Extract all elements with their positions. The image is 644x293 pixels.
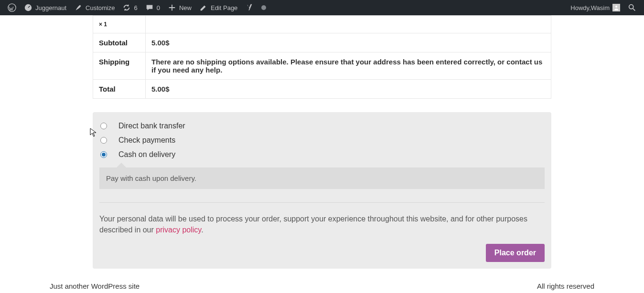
privacy-policy-link[interactable]: privacy policy [156, 226, 201, 234]
comments-link[interactable]: 0 [141, 0, 164, 15]
radio-cod-label[interactable]: Cash on delivery [118, 150, 175, 159]
howdy-user[interactable]: Howdy, Wasim [567, 0, 624, 15]
adminbar-search[interactable] [624, 0, 640, 15]
footer-tagline: Just another WordPress site [50, 282, 140, 290]
status-dot[interactable] [258, 0, 270, 15]
updates-count: 6 [134, 4, 137, 11]
edit-page-link[interactable]: Edit Page [195, 0, 241, 15]
product-qty-row: × 1 [93, 16, 551, 33]
radio-cash-on-delivery[interactable] [100, 151, 107, 158]
new-content-link[interactable]: New [164, 0, 195, 15]
payment-method-bank: Direct bank transfer [99, 119, 545, 133]
grey-status-icon [261, 5, 266, 10]
payment-method-cod: Cash on delivery [99, 147, 545, 162]
edit-page-label: Edit Page [211, 4, 237, 11]
privacy-notice: Your personal data will be used to proce… [99, 202, 545, 235]
shipping-value: There are no shipping options available.… [146, 52, 551, 80]
total-label: Total [93, 80, 146, 99]
total-row: Total 5.00$ [93, 80, 551, 99]
place-order-button[interactable]: Place order [486, 244, 545, 262]
subtotal-label: Subtotal [93, 33, 146, 52]
brush-icon [74, 3, 83, 12]
pencil-icon [199, 3, 208, 12]
shipping-label: Shipping [93, 52, 146, 80]
site-name-label: Juggernaut [35, 4, 66, 11]
updates-icon [122, 3, 131, 12]
wordpress-icon [8, 3, 16, 12]
payment-description: Pay with cash upon delivery. [99, 167, 545, 189]
comments-count: 0 [157, 4, 160, 11]
qty-cell: × 1 [93, 16, 146, 33]
plus-icon [168, 3, 176, 12]
customize-label: Customize [86, 4, 115, 11]
comment-icon [145, 3, 154, 12]
search-icon [628, 3, 636, 12]
site-footer: Just another WordPress site All rights r… [50, 282, 594, 293]
radio-bank-label[interactable]: Direct bank transfer [118, 122, 185, 130]
site-name-link[interactable]: Juggernaut [20, 0, 70, 15]
new-label: New [179, 4, 192, 11]
subtotal-value: 5.00$ [146, 33, 551, 52]
footer-rights: All rights reserved [537, 282, 594, 290]
qty-value [146, 16, 551, 33]
yoast-icon [245, 3, 254, 12]
radio-check-payments[interactable] [100, 137, 107, 144]
checkout-content: × 1 Subtotal 5.00$ Shipping There are no… [93, 15, 551, 269]
wp-admin-bar: Juggernaut Customize 6 0 New [0, 0, 644, 15]
privacy-text-after: . [201, 226, 203, 234]
svg-point-3 [629, 5, 633, 9]
wp-logo[interactable] [4, 0, 20, 15]
order-summary-table: × 1 Subtotal 5.00$ Shipping There are no… [93, 15, 551, 99]
radio-check-label[interactable]: Check payments [118, 136, 175, 145]
user-avatar-icon [612, 4, 620, 11]
customize-link[interactable]: Customize [70, 0, 118, 15]
payment-methods-list: Direct bank transfer Check payments Cash… [99, 119, 545, 166]
username: Wasim [591, 4, 610, 11]
howdy-prefix: Howdy, [570, 4, 590, 11]
dashboard-icon [24, 3, 32, 12]
radio-bank-transfer[interactable] [100, 123, 107, 129]
svg-point-2 [615, 6, 617, 8]
payment-section: Direct bank transfer Check payments Cash… [93, 112, 551, 269]
yoast-link[interactable] [241, 0, 258, 15]
shipping-row: Shipping There are no shipping options a… [93, 52, 551, 80]
total-value: 5.00$ [146, 80, 551, 99]
subtotal-row: Subtotal 5.00$ [93, 33, 551, 52]
payment-method-check: Check payments [99, 133, 545, 147]
updates-link[interactable]: 6 [118, 0, 141, 15]
